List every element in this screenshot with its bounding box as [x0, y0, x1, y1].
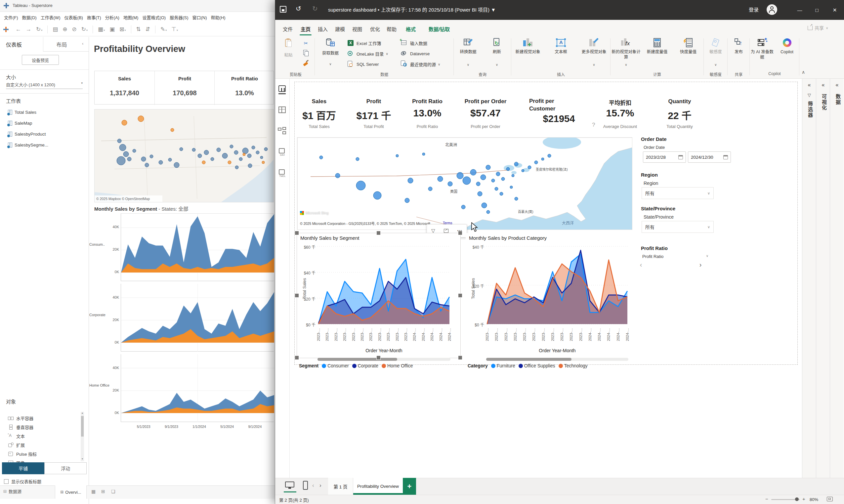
ribbon-button-textbox[interactable]: A文本框: [544, 38, 577, 71]
menu-item[interactable]: 文件(F): [2, 14, 20, 20]
duplicate-icon[interactable]: ▣: [108, 26, 116, 33]
share-button[interactable]: ↗共享∨: [808, 24, 828, 31]
selection-handle[interactable]: [295, 356, 299, 360]
selection-handle[interactable]: [376, 356, 381, 360]
pbi-monthly-sales-by-product-category[interactable]: Monthly Sales by Product CategoryTotal S…: [466, 233, 638, 358]
object-list-item[interactable]: 垂直容器: [8, 423, 77, 431]
size-value-dropdown[interactable]: 自定义大小 (1400 x 1200)▾: [6, 82, 83, 89]
signin-button[interactable]: 登录: [749, 6, 759, 13]
maximize-button[interactable]: □: [808, 0, 825, 20]
selection-handle[interactable]: [295, 231, 299, 235]
show-title-checkbox[interactable]: [4, 479, 8, 484]
object-list-item[interactable]: 水平容器: [8, 414, 77, 422]
legend-item[interactable]: Corporate: [352, 363, 378, 368]
ribbon-button-visualcalc[interactable]: fx新的视觉对象计算∨: [611, 38, 642, 71]
highlight-icon[interactable]: ✎▾: [159, 26, 168, 33]
sheet-list-item[interactable]: SalesbyProduct: [8, 130, 84, 138]
replay-icon[interactable]: ↻▾: [34, 26, 44, 33]
pbi-monthly-sales-by-segment[interactable]: Monthly Sales by SegmentTotal Sales$0 千$…: [297, 233, 460, 358]
ribbon-tab-file[interactable]: 文件: [281, 24, 295, 34]
menu-item[interactable]: 地图(M): [121, 14, 141, 20]
clear-sheet-icon[interactable]: ⊠▾: [118, 26, 127, 33]
legend-item[interactable]: Home Office: [382, 363, 413, 368]
menu-item[interactable]: 数据(D): [20, 14, 39, 20]
object-list-item[interactable]: Pulse 指标: [8, 450, 77, 458]
ribbon-tab-help[interactable]: 帮助: [385, 24, 398, 34]
refresh-icon[interactable]: ↻▾: [80, 26, 89, 33]
zoom-level[interactable]: 80%: [810, 497, 818, 502]
page-prev-icon[interactable]: ‹: [312, 482, 314, 489]
show-title-row[interactable]: 显示仪表板标题: [4, 478, 41, 485]
ribbon-tab-data-drill[interactable]: 数据/钻取: [424, 24, 454, 34]
ribbon-item-excel[interactable]: XExcel 工作簿: [346, 38, 399, 48]
tab-layout[interactable]: 布局: [43, 37, 80, 52]
pane-visualizations[interactable]: «可视化: [816, 79, 830, 478]
floating-button[interactable]: 浮动: [44, 462, 87, 474]
legend-item[interactable]: Furniture: [491, 363, 515, 368]
pane-collapse-icon[interactable]: «: [802, 82, 816, 88]
map-visual[interactable]: 北美洲圣皮埃尔和密克隆(法)美国百慕大(英)大西洋Microsoft Bing©…: [297, 137, 632, 230]
ribbon-tab-home[interactable]: 主页: [299, 24, 312, 34]
ribbon-button-publish[interactable]: ↑发布: [728, 38, 750, 71]
ribbon-button-transform[interactable]: 转换数据∨: [454, 38, 483, 71]
forward-icon[interactable]: →: [24, 26, 33, 33]
region-dropdown[interactable]: 所有∨: [642, 187, 714, 199]
tableau-toolbar-logo-icon[interactable]: [3, 26, 9, 33]
ribbon-item-onelake[interactable]: OneLake 目录∨: [346, 49, 399, 58]
pane-collapse-icon[interactable]: «: [830, 82, 844, 88]
desktop-view-icon[interactable]: [285, 482, 295, 489]
close-button[interactable]: ×: [825, 0, 844, 20]
save-icon[interactable]: [280, 6, 286, 13]
paste-button[interactable]: 粘贴: [279, 38, 298, 70]
sheet-list-item[interactable]: Total Sales: [8, 108, 84, 116]
objects-scroll-up-icon[interactable]: ▲: [81, 412, 84, 414]
tiled-button[interactable]: 平铺: [2, 462, 44, 474]
menu-item[interactable]: 工作表(W): [39, 14, 62, 20]
menu-item[interactable]: 服务器(S): [168, 14, 190, 20]
sheet-list-item[interactable]: SaleMap: [8, 119, 84, 127]
minimize-button[interactable]: —: [791, 0, 808, 20]
redo-icon[interactable]: ↻: [312, 5, 318, 13]
selection-handle[interactable]: [295, 293, 299, 298]
ribbon-tab-format[interactable]: 格式: [401, 24, 420, 34]
chart-scrollbar-thumb[interactable]: [318, 358, 397, 361]
fit-to-page-icon[interactable]: [827, 497, 833, 501]
legend-item[interactable]: Technology: [559, 363, 588, 368]
menu-item[interactable]: 帮助(H): [209, 14, 228, 20]
pane-collapse-icon[interactable]: «: [816, 82, 830, 88]
menu-item[interactable]: 故事(T): [85, 14, 103, 20]
tmdl-view-icon[interactable]: TMDL: [278, 169, 287, 179]
pane-data[interactable]: «数据: [830, 79, 844, 478]
ribbon-tab-model[interactable]: 建模: [334, 24, 346, 34]
ribbon-item-enterdata[interactable]: +输入数据: [400, 38, 453, 48]
chart-scrollbar[interactable]: [486, 358, 628, 361]
ribbon-button-copilot[interactable]: Copilot: [775, 38, 800, 71]
date-to-input[interactable]: 2024/12/30: [688, 151, 731, 163]
ribbon-tab-insert[interactable]: 插入: [316, 24, 329, 34]
selection-handle[interactable]: [458, 293, 462, 298]
ribbon-collapse-icon[interactable]: ∧: [802, 69, 805, 75]
ribbon-button-newmeasure[interactable]: 新建度量值: [642, 38, 673, 71]
avatar[interactable]: [767, 4, 777, 15]
zoom-out-icon[interactable]: −: [765, 496, 768, 502]
back-icon[interactable]: ←: [14, 26, 23, 33]
format-painter-icon[interactable]: [302, 59, 310, 68]
object-list-item[interactable]: 扩展: [8, 441, 77, 449]
menu-item[interactable]: 分析(A): [103, 14, 121, 20]
dax-query-view-icon[interactable]: DAX: [278, 148, 287, 158]
new-story-icon[interactable]: ❏: [111, 489, 115, 494]
menu-item[interactable]: 窗口(N): [191, 14, 209, 20]
ribbon-item-recent[interactable]: 最近使用的源∨: [400, 59, 453, 69]
new-dashboard-icon[interactable]: ⊞: [101, 489, 105, 494]
new-datasource-icon[interactable]: ⊕: [61, 26, 69, 33]
ribbon-button-refresh[interactable]: ↻刷新∨: [483, 38, 511, 71]
ribbon-button-sensitivity[interactable]: 敏感度∨: [704, 38, 728, 71]
focus-mode-icon[interactable]: ↗: [444, 229, 448, 233]
sort-descending-icon[interactable]: ⇵: [144, 26, 152, 33]
new-worksheet-icon[interactable]: ▦▾: [96, 26, 107, 33]
datasource-tab[interactable]: ⊟数据源: [3, 488, 21, 494]
zoom-in-icon[interactable]: +: [802, 496, 805, 502]
sheet-tab-overview[interactable]: ⊞Overvi...: [55, 485, 87, 499]
sidebar-collapse-icon[interactable]: ‹: [82, 41, 83, 46]
document-title[interactable]: superstore dashboard • 上次保存于: 17:58 的 20…: [328, 6, 496, 13]
